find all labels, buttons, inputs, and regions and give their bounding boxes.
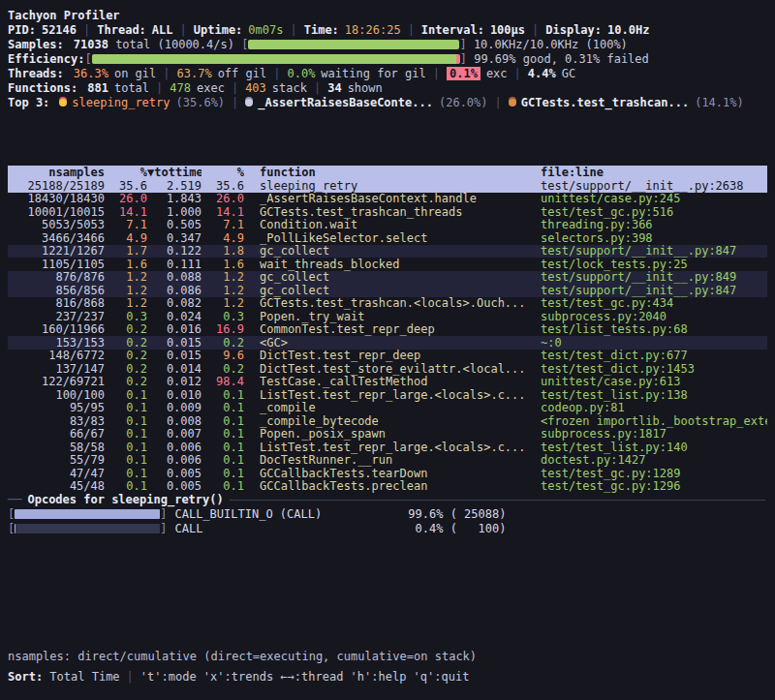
cell-function: ListTest.test_repr_large.<locals>.c...	[244, 441, 537, 454]
cell-pct-direct: 0.2	[105, 350, 147, 363]
cell-pct-direct: 0.1	[105, 414, 147, 428]
cell-tottime: 0.012	[147, 376, 202, 389]
header-nsamples[interactable]: nsamples	[8, 166, 105, 179]
cell-pct-direct: 14.1	[105, 205, 147, 219]
cell-tottime: 0.005	[147, 480, 202, 494]
uptime-value: 0m07s	[248, 23, 283, 37]
cell-pct-direct: 0.1	[105, 454, 147, 468]
table-row[interactable]: 237/2370.30.0240.3Popen._try_waitsubproc…	[8, 310, 767, 323]
top3-item-1-name[interactable]: sleeping_retry	[72, 96, 170, 109]
cell-function: DictTest.test_repr_deep	[244, 350, 537, 363]
cell-pct-cum: 16.9	[202, 323, 244, 337]
header-file-line[interactable]: file:line	[537, 166, 767, 179]
cell-pct-direct: 0.1	[105, 467, 147, 480]
table-row[interactable]: 1105/11051.60.1111.6wait_threads_blocked…	[8, 258, 767, 271]
header-function[interactable]: function	[244, 166, 537, 179]
efficiency-summary: 99.69% good, 0.31% failed	[467, 52, 649, 66]
uptime-label: Uptime:	[194, 23, 243, 37]
table-row[interactable]: 55/790.10.0060.1DocTestRunner.__rundocte…	[8, 454, 767, 468]
efficiency-label: Efficiency:	[8, 52, 84, 66]
table-row[interactable]: 58/580.10.0060.1ListTest.test_repr_large…	[8, 441, 767, 454]
table-row[interactable]: 137/1470.20.0140.2DictTest.test_store_ev…	[8, 362, 767, 376]
cell-file-line: selectors.py:398	[537, 231, 767, 245]
cell-file-line: test/test_gc.py:1296	[537, 480, 767, 494]
cell-pct-direct: 0.2	[105, 376, 147, 389]
table-row[interactable]: 160/119660.20.01616.9CommonTest.test_rep…	[8, 323, 767, 337]
separator: |	[495, 96, 502, 109]
table-row[interactable]: 100/1000.10.0100.1ListTest.test_repr_lar…	[8, 388, 767, 402]
table-row[interactable]: 47/470.10.0050.1GCCallbackTests.tearDown…	[8, 467, 767, 480]
separator: |	[314, 81, 321, 95]
table-row[interactable]: 83/830.10.0080.1_compile_bytecode<frozen…	[8, 414, 767, 428]
cell-file-line: subprocess.py:2040	[537, 310, 767, 323]
top3-line: Top 3: sleeping_retry (35.6%) | _AssertR…	[8, 95, 767, 109]
cell-nsamples: 3466/3466	[8, 231, 105, 245]
table-row[interactable]: 1221/12671.70.1221.8gc_collecttest/suppo…	[8, 245, 767, 259]
table-row[interactable]: 153/1530.20.0150.2<GC>~:0	[8, 336, 767, 350]
sort-label: Sort:	[8, 670, 43, 684]
cell-pct-direct: 1.2	[105, 271, 147, 285]
cell-tottime: 0.014	[147, 362, 202, 376]
cell-file-line: subprocess.py:1817	[537, 428, 767, 441]
cell-nsamples: 122/69721	[8, 376, 105, 389]
bronze-medal-icon	[509, 99, 516, 107]
top3-item-2-pct: (26.0%)	[439, 96, 488, 109]
table-row[interactable]: 856/8561.20.0861.2gc_collecttest/support…	[8, 284, 767, 297]
header-pct-cum[interactable]: %	[202, 166, 244, 179]
status-line: PID: 52146 | Thread: ALL | Uptime: 0m07s…	[8, 22, 767, 37]
cell-file-line: threading.py:366	[537, 219, 767, 232]
table-row[interactable]: 3466/34664.90.3474.9_PollLikeSelector.se…	[8, 231, 767, 245]
cell-pct-cum: 1.6	[202, 258, 244, 271]
cell-pct-cum: 4.9	[202, 231, 244, 245]
cell-pct-direct: 0.2	[105, 336, 147, 350]
time-label: Time:	[304, 23, 339, 37]
cell-tottime: 0.111	[147, 258, 202, 271]
cell-nsamples: 25188/25189	[8, 179, 105, 193]
table-row[interactable]: 876/8761.20.0881.2gc_collecttest/support…	[8, 271, 767, 285]
table-row[interactable]: 816/8681.20.0821.2GCTests.test_trashcan.…	[8, 297, 767, 311]
cell-file-line: test/test_list.py:138	[537, 388, 767, 402]
header-tottime-sort[interactable]: ▼tottime	[147, 166, 202, 179]
samples-detail: total (10000.4/s)	[108, 38, 241, 51]
cell-pct-direct: 0.1	[105, 480, 147, 494]
functions-exec-name: exec	[197, 81, 225, 95]
cell-pct-cum: 0.1	[202, 467, 244, 480]
table-row[interactable]: 45/480.10.0050.1GCCallbackTests.preclean…	[8, 480, 767, 494]
cell-pct-cum: 1.8	[202, 245, 244, 259]
cell-function: gc_collect	[244, 284, 537, 297]
top3-item-2-name[interactable]: _AssertRaisesBaseConte...	[258, 96, 433, 109]
table-row[interactable]: 25188/2518935.62.51935.6sleeping_retryte…	[8, 179, 767, 193]
cell-pct-direct: 0.2	[105, 362, 147, 376]
cell-function: Popen._try_wait	[244, 310, 537, 323]
top3-label: Top 3:	[8, 96, 49, 109]
threads-off-gil-value: 63.7%	[177, 67, 212, 80]
cell-pct-cum: 0.1	[202, 454, 244, 468]
table-row[interactable]: 5053/50537.10.5057.1Condition.waitthread…	[8, 219, 767, 232]
footer-keybar: Sort: Total Time | 't':mode 'x':trends ←…	[8, 666, 477, 686]
header-pct-direct[interactable]: %	[105, 166, 147, 179]
cell-pct-direct: 1.7	[105, 245, 147, 259]
cell-pct-cum: 0.1	[202, 480, 244, 494]
top3-item-3-name[interactable]: GCTests.test_trashcan...	[521, 96, 689, 109]
table-body: 25188/2518935.62.51935.6sleeping_retryte…	[8, 179, 767, 493]
bracket: ]	[460, 52, 467, 66]
bracket: ]	[160, 507, 167, 521]
cell-function: sleeping_retry	[244, 179, 537, 193]
table-row[interactable]: 148/67720.20.0159.6DictTest.test_repr_de…	[8, 350, 767, 363]
table-row[interactable]: 18430/1843026.01.84326.0_AssertRaisesBas…	[8, 193, 767, 206]
separator: |	[127, 670, 134, 684]
legend-text: nsamples: direct/cumulative (direct=exec…	[8, 650, 477, 663]
table-row[interactable]: 66/670.10.0070.1Popen._posix_spawnsubpro…	[8, 428, 767, 441]
cell-tottime: 0.082	[147, 297, 202, 311]
thread-value[interactable]: ALL	[152, 23, 173, 37]
table-row[interactable]: 95/950.10.0090.1_compilecodeop.py:81	[8, 402, 767, 415]
table-row[interactable]: 10001/1001514.11.00014.1GCTests.test_tra…	[8, 205, 767, 219]
table-row[interactable]: 122/697210.20.01298.4TestCase._callTestM…	[8, 376, 767, 389]
functions-line: Functions: 881 total | 478 exec | 403 st…	[8, 80, 767, 95]
bracket: ]	[459, 38, 466, 51]
dash-fill	[230, 500, 765, 501]
cell-nsamples: 58/58	[8, 441, 105, 454]
cell-file-line: test/test_dict.py:1453	[537, 362, 767, 376]
cell-function: DocTestRunner.__run	[244, 454, 537, 468]
cell-nsamples: 95/95	[8, 402, 105, 415]
